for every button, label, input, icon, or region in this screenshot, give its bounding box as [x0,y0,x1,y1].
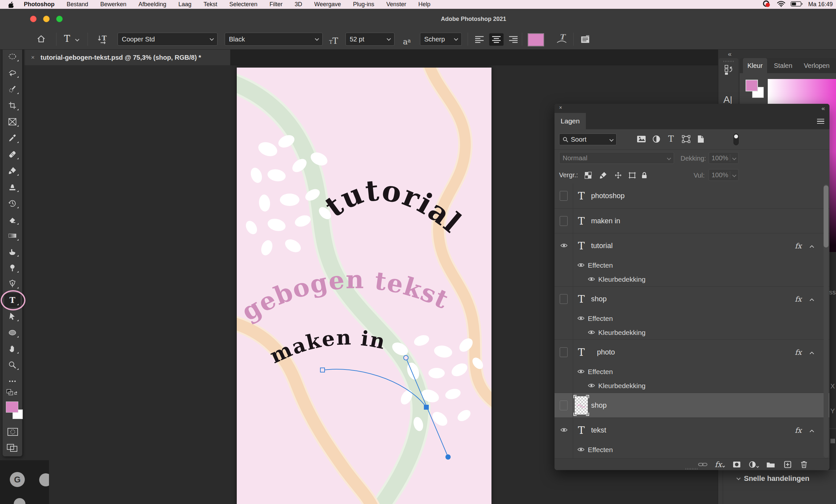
effect-name[interactable]: Effecten [588,261,613,269]
quick-actions-title[interactable]: Snelle handelingen [744,474,809,483]
effect-name[interactable]: Effecten [588,315,613,323]
type-tool-preset-icon[interactable]: T [64,33,70,44]
eraser-tool-icon[interactable] [8,215,17,224]
effect-name[interactable]: Kleurbedekking [598,275,646,283]
menu-3d[interactable]: 3D [294,1,302,7]
layer-name[interactable]: tekst [591,426,606,434]
visibility-eye-icon[interactable] [588,382,595,390]
effect-row-effecten[interactable]: Effecten [554,311,830,326]
layer-name[interactable]: shop [591,295,607,303]
align-center-button[interactable] [489,33,504,46]
layer-fx-badge[interactable]: fx [795,295,802,303]
screen-record-indicator-icon[interactable] [762,0,772,9]
frame-tool-icon[interactable] [8,117,17,126]
menu-help[interactable]: Help [418,1,431,7]
effect-row-effecten[interactable]: Effecten [554,364,830,379]
pen-tool-icon[interactable] [8,279,17,288]
menu-selecteren[interactable]: Selecteren [229,1,257,7]
hand-tool-icon[interactable] [8,344,17,353]
eyedropper-tool-icon[interactable] [8,134,17,142]
layer-row-photo[interactable]: Tphotofx [554,340,830,364]
pen-anchor-selected[interactable] [424,405,429,409]
align-left-button[interactable] [472,33,487,46]
visibility-eye-icon[interactable] [577,315,585,322]
visibility-checkbox[interactable] [560,216,568,226]
opacity-input[interactable]: 100% [709,152,739,164]
collapse-icon[interactable]: « [821,105,825,112]
wifi-icon[interactable] [777,1,785,8]
filter-pixel-layers-icon[interactable] [637,135,646,144]
foreground-color-swatch[interactable] [6,402,18,413]
close-icon[interactable]: × [559,105,562,111]
layer-name[interactable]: tutorial [591,241,613,250]
menu-tekst[interactable]: Tekst [204,1,217,7]
menu-filter[interactable]: Filter [269,1,283,7]
pen-handle-start-icon[interactable] [445,454,451,460]
visibility-checkbox[interactable] [560,191,568,201]
apple-logo-icon[interactable] [8,1,14,8]
filter-type-select[interactable]: Soort [559,134,616,145]
filter-toggle-switch[interactable] [734,134,739,145]
menu-laag[interactable]: Laag [178,1,191,7]
new-layer-icon[interactable] [784,461,791,468]
add-adjustment-icon[interactable] [749,461,759,468]
crop-tool-icon[interactable] [8,101,17,110]
menu-bestand[interactable]: Bestand [66,1,88,7]
close-window-button[interactable] [30,16,37,22]
pen-anchor-start[interactable] [320,368,325,372]
type-preset-chevron-icon[interactable] [75,37,79,41]
home-icon[interactable] [37,35,46,44]
collapse-dock-icon[interactable]: « [728,50,732,58]
marquee-tool-icon[interactable] [8,52,17,61]
healing-brush-tool-icon[interactable] [8,150,17,159]
visibility-eye-icon[interactable] [560,426,568,434]
path-select-tool-icon[interactable] [8,312,17,321]
anti-alias-select[interactable]: Scherp [420,33,462,46]
new-group-icon[interactable] [766,461,775,468]
close-document-icon[interactable]: × [31,54,35,61]
visibility-eye-icon[interactable] [588,276,595,283]
layer-fx-badge[interactable]: fx [795,241,802,250]
layer-fx-badge[interactable]: fx [795,348,802,356]
battery-icon[interactable] [791,1,803,8]
delete-layer-icon[interactable] [801,461,807,468]
menu-weergave[interactable]: Weergave [314,1,341,7]
collapse-effects-icon[interactable] [809,295,814,303]
layer-thumbnail[interactable] [575,396,588,414]
layer-name[interactable]: photo [597,348,615,356]
zoom-window-button[interactable] [56,16,63,22]
layer-row-shop[interactable]: Tshopfx [554,286,830,311]
layer-fx-badge[interactable]: fx [795,426,802,434]
fill-input[interactable]: 100% [709,169,739,181]
effect-row-effecten[interactable]: Effecten [554,442,830,457]
tab-lagen[interactable]: Lagen [554,113,586,129]
font-family-select[interactable]: Cooper Std [117,33,217,46]
menu-venster[interactable]: Venster [386,1,406,7]
menu-plug-ins[interactable]: Plug-ins [353,1,374,7]
effect-row-effecten[interactable]: Effecten [554,258,830,273]
visibility-eye-icon[interactable] [577,368,585,375]
effect-row-kleurbedekking[interactable]: Kleurbedekking [554,273,830,286]
layer-style-icon[interactable]: fx [715,460,725,469]
visibility-eye-icon[interactable] [577,446,585,453]
panel-resize-grip[interactable] [685,468,699,470]
layer-name[interactable]: maken in [591,217,620,225]
layer-name[interactable]: photoshop [591,192,625,200]
layer-row-photoshop[interactable]: Tphotoshop [554,183,830,208]
quick-select-tool-icon[interactable] [8,85,17,93]
menu-afbeelding[interactable]: Afbeelding [138,1,166,7]
effect-name[interactable]: Kleurbedekking [598,382,646,390]
align-right-button[interactable] [506,33,520,46]
shape-tool-icon[interactable] [8,328,17,337]
lock-pixels-icon[interactable] [600,172,607,180]
layer-name[interactable]: shop [591,401,607,410]
menu-bewerken[interactable]: Bewerken [100,1,126,7]
effect-row-kleurbedekking[interactable]: Kleurbedekking [554,326,830,340]
tab-stalen[interactable]: Stalen [771,58,795,73]
collapse-effects-icon[interactable] [809,242,814,249]
link-layers-icon[interactable] [698,462,707,467]
character-panel-icon[interactable]: A| [723,94,732,105]
filter-shape-layers-icon[interactable] [682,135,690,144]
visibility-checkbox[interactable] [560,347,568,357]
foreground-color-well[interactable] [745,80,758,91]
